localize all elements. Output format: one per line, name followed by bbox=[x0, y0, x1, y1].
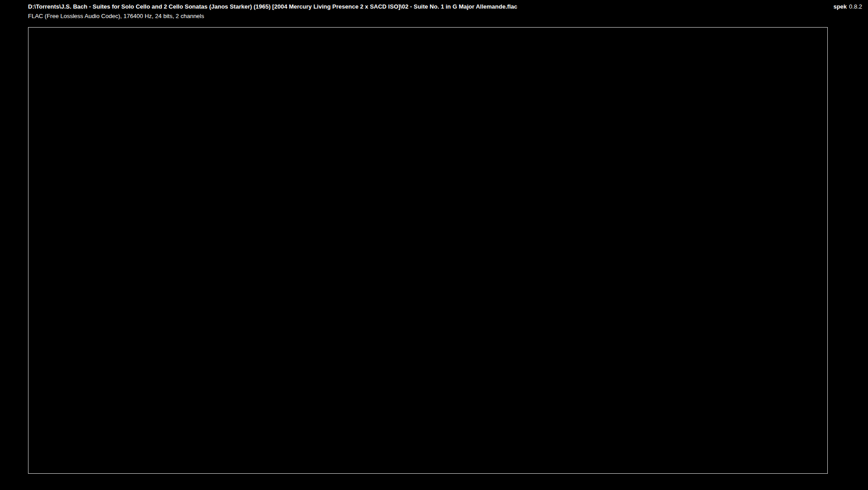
app-version-badge: spek0.8.2 bbox=[833, 3, 862, 10]
spek-window: D:\Torrents\J.S. Bach - Suites for Solo … bbox=[0, 0, 868, 490]
file-path-title: D:\Torrents\J.S. Bach - Suites for Solo … bbox=[28, 3, 517, 10]
spectrogram-canvas bbox=[28, 28, 827, 473]
app-name-label: spek bbox=[833, 3, 847, 10]
app-version-label: 0.8.2 bbox=[849, 3, 862, 10]
db-color-scale bbox=[832, 28, 837, 473]
format-subtitle: FLAC (Free Lossless Audio Codec), 176400… bbox=[28, 13, 204, 19]
